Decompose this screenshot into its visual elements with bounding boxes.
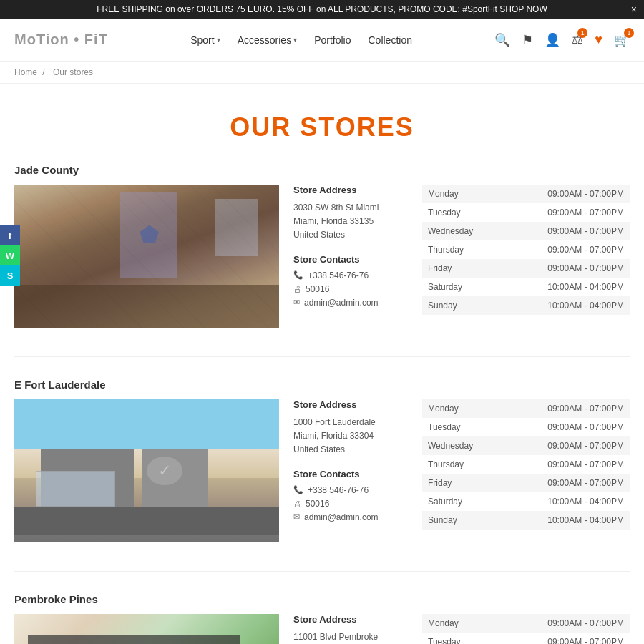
time-label: 09:00AM - 07:00PM (547, 226, 624, 236)
hours-row: Friday09:00AM - 07:00PM (422, 259, 630, 278)
address-line3-jade: United States (293, 228, 408, 242)
user-icon[interactable]: 👤 (545, 32, 560, 48)
breadcrumb-home[interactable]: Home (14, 67, 37, 77)
time-label: 09:00AM - 07:00PM (547, 478, 624, 488)
store-name-jade: Jade County (14, 164, 630, 176)
hours-row: Monday09:00AM - 07:00PM (422, 399, 630, 418)
store-body-fort: ✓ Store Address 1000 Fort Lauderdale Mia… (14, 399, 630, 542)
hours-row: Tuesday09:00AM - 07:00PM (422, 418, 630, 436)
time-label: 10:00AM - 04:00PM (547, 515, 624, 525)
hours-row: Sunday10:00AM - 04:00PM (422, 296, 630, 315)
contact-fax-jade: 🖨 50016 (293, 284, 408, 294)
hours-row: Sunday10:00AM - 04:00PM (422, 511, 630, 530)
fax-icon: 🖨 (293, 285, 301, 293)
scale-icon[interactable]: ⚖ 1 (572, 32, 583, 48)
scale-badge: 1 (577, 28, 587, 38)
logo-fit: FiT (84, 31, 108, 47)
address-line2-fort: Miami, Florida 33304 (293, 429, 408, 443)
address-heading-fort: Store Address (293, 399, 408, 410)
contacts-heading-jade: Store Contacts (293, 254, 408, 265)
phone-icon: 📞 (293, 270, 303, 280)
page-title-section: OUR STORES (0, 84, 644, 164)
time-label: 09:00AM - 07:00PM (547, 459, 624, 469)
address-heading-jade: Store Address (293, 185, 408, 195)
time-label: 10:00AM - 04:00PM (547, 282, 624, 292)
page-title: OUR STORES (14, 112, 630, 142)
address-line1-pembroke: 11001 Blvd Pembroke (293, 630, 408, 644)
hours-row: Wednesday09:00AM - 07:00PM (422, 436, 630, 455)
heart-icon[interactable]: ♥ (595, 32, 602, 47)
store-image-pembroke: NEVER STOP EXPLORING (14, 614, 279, 644)
time-label: 09:00AM - 07:00PM (547, 245, 624, 255)
flag-icon[interactable]: ⚑ (522, 32, 533, 48)
day-label: Monday (428, 189, 459, 199)
hours-row: Monday09:00AM - 07:00PM (422, 614, 630, 633)
time-label: 10:00AM - 04:00PM (547, 301, 624, 311)
contacts-heading-fort: Store Contacts (293, 469, 408, 479)
day-label: Sunday (428, 515, 457, 525)
hours-row: Saturday10:00AM - 04:00PM (422, 278, 630, 296)
contact-phone-jade: 📞 +338 546-76-76 (293, 270, 408, 280)
store-fort-lauderdale: E Fort Lauderdale ✓ Store Address 1000 F… (14, 379, 630, 542)
promo-close-button[interactable]: × (631, 4, 637, 15)
address-line3-fort: United States (293, 443, 408, 457)
logo[interactable]: MoTion • FiT (14, 31, 108, 48)
cart-icon[interactable]: 🛒 1 (614, 32, 630, 48)
nav-collection[interactable]: Collection (368, 34, 411, 46)
hours-row: Monday09:00AM - 07:00PM (422, 185, 630, 203)
email-icon-fort: ✉ (293, 512, 300, 522)
nav-accessories[interactable]: Accessories ▾ (238, 34, 297, 46)
time-label: 09:00AM - 07:00PM (547, 618, 624, 628)
day-label: Tuesday (428, 208, 461, 218)
hours-table-fort: Monday09:00AM - 07:00PMTuesday09:00AM - … (422, 399, 630, 530)
hours-row: Thursday09:00AM - 07:00PM (422, 240, 630, 259)
store-body-jade: ⬟ Store Address 3030 SW 8th St Miami Mia… (14, 185, 630, 328)
hours-row: Saturday10:00AM - 04:00PM (422, 492, 630, 511)
store-details-fort: Store Address 1000 Fort Lauderdale Miami… (293, 399, 408, 530)
fax-icon-fort: 🖨 (293, 499, 301, 508)
store-hours-fort: Monday09:00AM - 07:00PMTuesday09:00AM - … (422, 399, 630, 530)
store-pembroke: Pembroke Pines NEVER STOP EXPLORING Stor… (14, 593, 630, 644)
store-body-pembroke: NEVER STOP EXPLORING Store Address 11001… (14, 614, 630, 644)
address-line2-jade: Miami, Florida 33135 (293, 215, 408, 228)
store-info-pembroke: Store Address 11001 Blvd Pembroke Miami,… (293, 614, 630, 644)
hours-table-pembroke: Monday09:00AM - 07:00PMTuesday09:00AM - … (422, 614, 630, 644)
phone-icon-fort: 📞 (293, 485, 303, 494)
logo-separator: • (74, 31, 84, 47)
time-label: 09:00AM - 07:00PM (547, 208, 624, 218)
store-details-jade: Store Address 3030 SW 8th St Miami Miami… (293, 185, 408, 315)
store-name-pembroke: Pembroke Pines (14, 593, 630, 605)
main-content: Jade County ⬟ Store Address 3030 SW 8th … (0, 164, 644, 644)
store-details-pembroke: Store Address 11001 Blvd Pembroke Miami,… (293, 614, 408, 644)
social-share-button[interactable]: S (0, 265, 20, 286)
nav-portfolio[interactable]: Portfolio (314, 34, 351, 46)
time-label: 09:00AM - 07:00PM (547, 263, 624, 273)
promo-bar: FREE SHIPPING on over ORDERS 75 EURO. 15… (0, 0, 644, 19)
address-line1-fort: 1000 Fort Lauderdale (293, 416, 408, 429)
hours-table-jade: Monday09:00AM - 07:00PMTuesday09:00AM - … (422, 185, 630, 315)
social-facebook-button[interactable]: f (0, 225, 20, 245)
day-label: Thursday (428, 459, 464, 469)
store-info-jade: Store Address 3030 SW 8th St Miami Miami… (293, 185, 630, 315)
day-label: Friday (428, 263, 452, 273)
divider-2 (14, 571, 630, 572)
contact-email-fort: ✉ admin@admin.com (293, 512, 408, 522)
header-icons: 🔍 ⚑ 👤 ⚖ 1 ♥ 🛒 1 (494, 32, 630, 48)
time-label: 10:00AM - 04:00PM (547, 497, 624, 507)
nav-sport[interactable]: Sport ▾ (190, 34, 220, 46)
search-icon[interactable]: 🔍 (494, 32, 510, 48)
store-info-fort: Store Address 1000 Fort Lauderdale Miami… (293, 399, 630, 530)
hours-row: Tuesday09:00AM - 07:00PM (422, 203, 630, 222)
hours-row: Wednesday09:00AM - 07:00PM (422, 222, 630, 240)
email-icon: ✉ (293, 298, 300, 307)
social-whatsapp-button[interactable]: W (0, 245, 20, 265)
day-label: Wednesday (428, 441, 473, 451)
store-name-fort: E Fort Lauderdale (14, 379, 630, 391)
time-label: 09:00AM - 07:00PM (547, 422, 624, 432)
contact-phone-fort: 📞 +338 546-76-76 (293, 485, 408, 495)
breadcrumb-current: Our stores (53, 67, 93, 77)
accessories-chevron-icon: ▾ (293, 36, 297, 44)
promo-text: FREE SHIPPING on over ORDERS 75 EURO. 15… (97, 4, 547, 14)
address-heading-pembroke: Store Address (293, 614, 408, 625)
divider-1 (14, 356, 630, 357)
